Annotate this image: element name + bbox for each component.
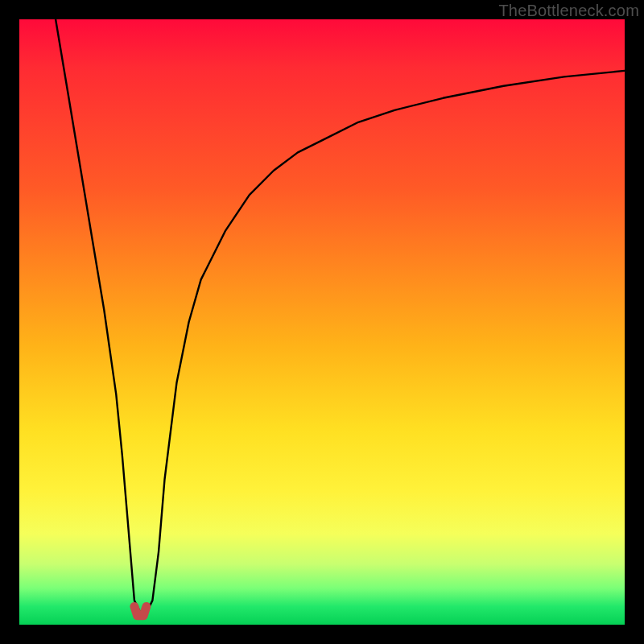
gradient-plot-area bbox=[19, 19, 625, 625]
bottleneck-curve bbox=[19, 19, 625, 625]
highlight-minimum bbox=[134, 606, 147, 615]
curve-path bbox=[56, 19, 625, 613]
watermark-text: TheBottleneck.com bbox=[498, 2, 639, 20]
chart-frame: TheBottleneck.com bbox=[0, 0, 644, 644]
